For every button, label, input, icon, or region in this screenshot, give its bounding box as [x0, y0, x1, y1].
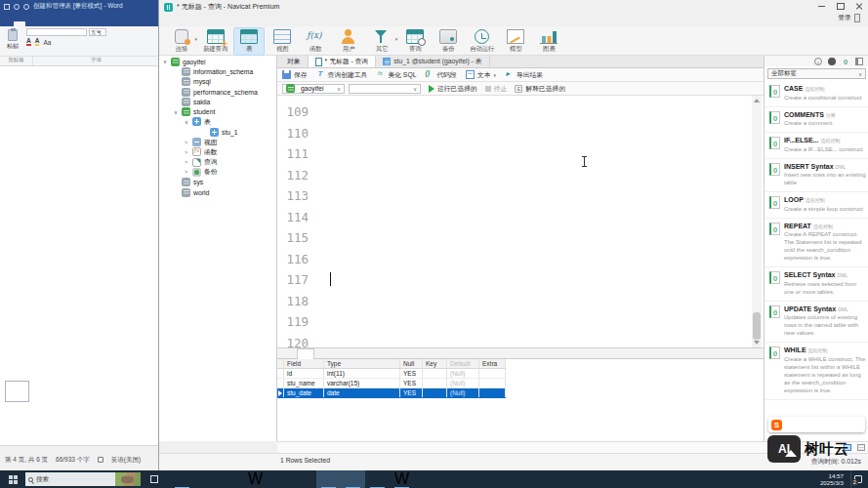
expand-arrow-icon[interactable] [185, 169, 192, 175]
tree-item[interactable]: information_schema [159, 66, 276, 76]
snippet-item[interactable]: () INSERT SyntaxDML Insert new rows into… [765, 159, 868, 193]
font-name-box[interactable] [26, 28, 87, 36]
toolbar-button[interactable]: 连接 ▾ [167, 28, 196, 55]
tree-item[interactable]: 查询 [159, 157, 276, 167]
scroll-up-icon[interactable] [754, 99, 760, 102]
tree-item[interactable]: 备份 [159, 167, 276, 177]
ribbon-tab[interactable] [25, 21, 37, 26]
ribbon-tab[interactable] [2, 21, 14, 26]
connection-select[interactable]: gaoyifei ∨ [282, 84, 345, 94]
editor-scrollbar[interactable] [752, 96, 762, 347]
ribbon-tab[interactable] [61, 21, 72, 26]
font-size-box[interactable]: 五号 [89, 28, 106, 36]
snippet-item[interactable]: () REPEAT流程控制 Create A REPEAT construct.… [765, 219, 868, 268]
page-indicator[interactable]: 第 4 页, 共 6 页 [5, 456, 48, 465]
app-button[interactable] [316, 470, 341, 488]
panel-toggle-icon[interactable] [855, 58, 863, 65]
taskbar-search[interactable]: 搜索 [25, 472, 141, 486]
scroll-down-icon[interactable] [754, 341, 760, 345]
dot-icon[interactable] [828, 58, 836, 65]
document-tab[interactable]: stu_1 @student (gaoyifei) - 表 [376, 56, 489, 67]
query-toolbar-button[interactable]: 美化 SQL ▾ [376, 70, 416, 80]
undo-icon[interactable] [14, 4, 20, 10]
toolbar-button[interactable]: 查询 ▾ [400, 28, 430, 55]
app-button[interactable]: W [243, 470, 268, 488]
expand-arrow-icon[interactable] [174, 109, 182, 115]
app-button[interactable] [341, 470, 365, 488]
save-icon[interactable] [4, 4, 10, 10]
toolbar-button[interactable]: 其它 ▾ [367, 28, 396, 55]
toolbar-button[interactable]: 表 ▾ [234, 28, 264, 55]
app-button[interactable] [268, 470, 292, 488]
app-button[interactable] [194, 470, 219, 488]
expand-arrow-icon[interactable] [185, 149, 192, 155]
language-indicator[interactable]: 英语(美国) [111, 456, 141, 465]
tree-item[interactable]: 视图 [159, 137, 276, 146]
ribbon-tab[interactable] [14, 21, 25, 26]
tree-item[interactable]: sys [159, 178, 276, 187]
form-view-icon[interactable] [857, 444, 865, 451]
ribbon-tab[interactable] [49, 21, 61, 26]
result-tab[interactable] [330, 348, 346, 358]
word-count[interactable]: 66/933 个字 [56, 456, 90, 465]
toolbar-button[interactable]: 模型 ▾ [501, 28, 530, 55]
result-tab[interactable] [297, 348, 314, 359]
snippet-item[interactable]: () COMMENTS注释 Create a comment [765, 107, 868, 134]
tree-item[interactable]: mysql [159, 77, 276, 87]
toolbar-button[interactable]: 函数 ▾ [301, 28, 330, 55]
table-row[interactable]: id int(11) YES (Null) [277, 369, 506, 379]
column-header[interactable]: Key [423, 359, 447, 368]
sql-editor[interactable]: 109 110 111 112 113 [277, 96, 764, 347]
query-toolbar-button[interactable]: 查询创建工具 ▾ [316, 70, 368, 80]
expand-arrow-icon[interactable] [185, 159, 192, 165]
proofing-icon[interactable] [98, 457, 103, 463]
taskbar-clock[interactable]: 14:57 2025/3/3 [820, 472, 844, 487]
expand-arrow-icon[interactable] [185, 119, 192, 125]
expand-arrow-icon[interactable] [185, 140, 192, 145]
run-selected-button[interactable]: 运行已选择的 [429, 84, 477, 94]
search-highlight-image[interactable] [115, 472, 141, 486]
ribbon-tab[interactable] [72, 21, 84, 26]
sogou-logo-icon[interactable]: S [771, 420, 782, 430]
column-header[interactable]: Type [324, 359, 400, 368]
column-header[interactable]: Null [400, 359, 423, 368]
close-button[interactable] [849, 0, 868, 12]
tree-item[interactable]: student [159, 106, 276, 116]
snippet-item[interactable]: () SELECT SyntaxDML Retrieve rows select… [765, 267, 868, 302]
database-select[interactable]: ∨ [349, 84, 421, 94]
result-tab[interactable] [281, 348, 297, 358]
notification-center-button[interactable]: 2 [850, 470, 864, 488]
font-color-button[interactable]: A [26, 38, 31, 46]
tree-item[interactable]: 函数 [159, 147, 276, 157]
tree-item[interactable]: world [159, 187, 276, 197]
tree-item[interactable]: stu_1 [159, 127, 276, 137]
toolbar-button[interactable]: 视图 ▾ [268, 28, 297, 55]
sogou-input-bar[interactable]: S [768, 417, 865, 432]
query-toolbar-button[interactable]: 代码段 ▾ [425, 70, 456, 80]
task-view-button[interactable] [146, 471, 162, 487]
column-header[interactable]: Extra [479, 359, 506, 368]
document-tab[interactable]: 对象 [277, 56, 309, 67]
document-tab[interactable]: * 无标题 - 查询 [309, 56, 377, 67]
redo-icon[interactable] [23, 4, 29, 10]
stop-button[interactable]: 停止 [485, 84, 508, 94]
column-header[interactable]: Default [447, 359, 479, 368]
app-button[interactable] [365, 470, 390, 488]
toolbar-button[interactable]: 新建查询 ▾ [200, 28, 230, 55]
app-button[interactable] [170, 470, 194, 488]
table-row[interactable]: stu_date date YES (Null) [277, 388, 506, 398]
case-button[interactable]: Aa [43, 39, 51, 46]
tree-item[interactable]: performance_schema [159, 87, 276, 97]
highlight-button[interactable]: A [35, 38, 40, 46]
table-row[interactable]: stu_name varchar(15) YES (Null) [277, 379, 506, 388]
query-toolbar-button[interactable]: 文本 ▾ [466, 70, 496, 80]
snippet-item[interactable]: () WHILE流程控制 Create a WHILE construct. T… [765, 343, 868, 400]
toolbar-button[interactable]: 用户 ▾ [334, 28, 363, 55]
start-button[interactable] [0, 470, 25, 488]
snippet-item[interactable]: () CASE流程控制 Create a conditional constru… [765, 81, 868, 107]
maximize-button[interactable] [831, 0, 849, 12]
app-button[interactable]: W [390, 470, 414, 488]
toolbar-button[interactable]: 自动运行 ▾ [467, 28, 497, 55]
tree-item[interactable]: gaoyifei [159, 57, 276, 66]
code-snippet-icon[interactable]: () [842, 58, 849, 65]
